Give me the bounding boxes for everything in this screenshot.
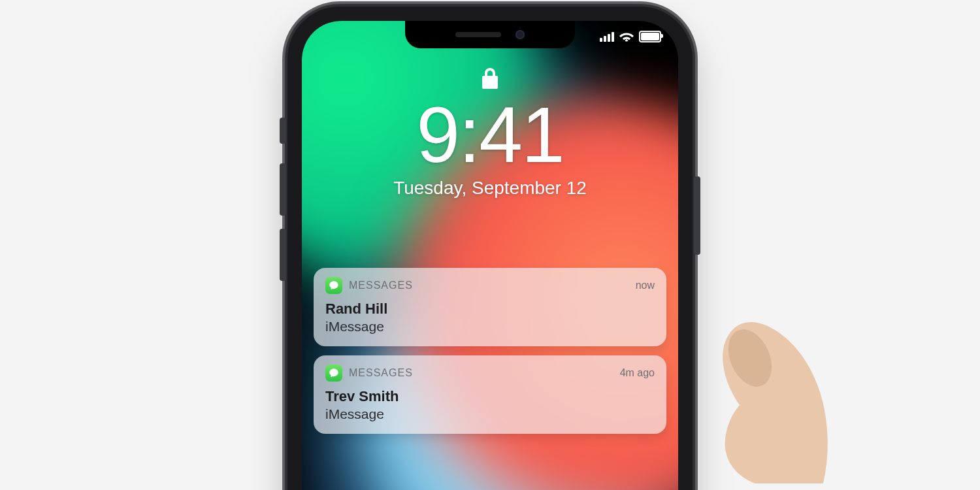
notification-app-label: MESSAGES	[349, 367, 413, 379]
cellular-signal-icon	[600, 32, 614, 42]
lockscreen: 9:41 Tuesday, September 12	[302, 67, 678, 199]
notification-card[interactable]: MESSAGES now Rand Hill iMessage	[314, 268, 666, 346]
battery-icon	[639, 31, 661, 42]
thumb-illustration	[673, 274, 830, 483]
wifi-icon	[619, 31, 634, 42]
screen: 9:41 Tuesday, September 12 MESSAGES now …	[302, 21, 678, 490]
notification-sender: Rand Hill	[325, 301, 655, 318]
messages-icon	[325, 365, 342, 382]
lockscreen-time: 9:41	[416, 95, 564, 174]
front-camera-icon	[515, 30, 525, 39]
notification-timestamp: 4m ago	[620, 367, 655, 379]
display-notch	[405, 21, 575, 48]
notification-timestamp: now	[636, 280, 655, 291]
notification-sender: Trev Smith	[325, 388, 655, 405]
notification-stack: MESSAGES now Rand Hill iMessage MESSAGES…	[314, 268, 666, 434]
notification-app-label: MESSAGES	[349, 280, 413, 291]
side-button[interactable]	[694, 176, 700, 255]
svg-point-4	[720, 323, 780, 393]
notification-body: iMessage	[325, 319, 655, 335]
lockscreen-date: Tuesday, September 12	[393, 178, 587, 199]
mute-switch[interactable]	[280, 118, 286, 144]
volume-up-button[interactable]	[280, 163, 286, 216]
volume-down-button[interactable]	[280, 229, 286, 281]
iphone-device: 9:41 Tuesday, September 12 MESSAGES now …	[287, 7, 693, 490]
lock-icon	[481, 67, 499, 90]
notification-card[interactable]: MESSAGES 4m ago Trev Smith iMessage	[314, 355, 666, 434]
notification-body: iMessage	[325, 406, 655, 422]
earpiece-speaker	[455, 32, 501, 37]
messages-icon	[325, 277, 342, 294]
